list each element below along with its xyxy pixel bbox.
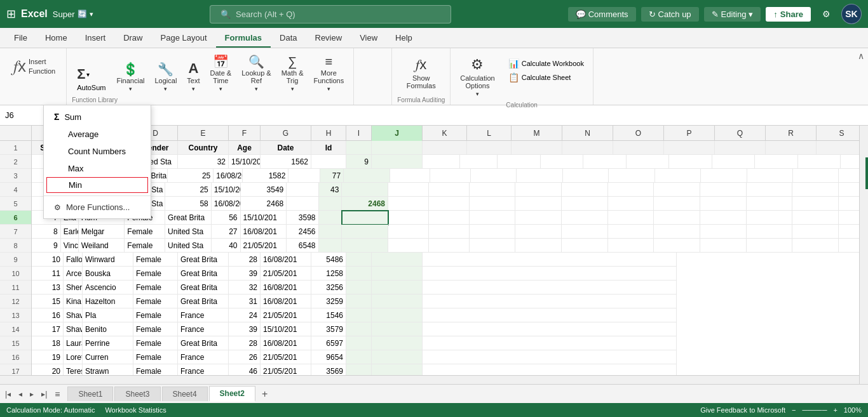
col-header-H[interactable]: H <box>311 126 346 141</box>
cell-L3[interactable] <box>430 169 471 183</box>
cell-O1[interactable] <box>613 141 664 155</box>
cell-P6[interactable] <box>608 211 654 225</box>
cell-R5[interactable] <box>700 197 747 211</box>
ribbon-collapse-button[interactable]: ∧ <box>855 50 867 62</box>
cell-I17[interactable] <box>346 364 372 375</box>
cell-D16[interactable]: Female <box>133 350 178 364</box>
cell-F1[interactable]: Age <box>229 141 261 155</box>
cell-D10[interactable]: Female <box>133 267 178 281</box>
cell-J4[interactable] <box>342 183 388 197</box>
cell-E9[interactable]: Great Brita <box>178 253 229 267</box>
cell-R8[interactable] <box>700 239 747 253</box>
cell-F9[interactable]: 28 <box>229 253 261 267</box>
cell-J6[interactable] <box>342 211 388 225</box>
cell-S2[interactable] <box>755 155 797 169</box>
editing-button[interactable]: ✎ Editing ▾ <box>704 7 761 22</box>
cell-L6[interactable] <box>429 211 470 225</box>
col-header-Q[interactable]: Q <box>715 126 766 141</box>
col-header-I[interactable]: I <box>346 126 372 141</box>
cell-J14[interactable] <box>372 322 423 336</box>
cell-Q1[interactable] <box>715 141 766 155</box>
autosum-button[interactable]: Σ ▾ AutoSum <box>72 62 111 95</box>
cell-C10[interactable]: Bouska <box>83 267 133 281</box>
workbook-stats-button[interactable]: Workbook Statistics <box>105 406 166 414</box>
row-num-5[interactable]: 5 <box>0 197 31 211</box>
cell-J5[interactable]: 2468 <box>342 197 388 211</box>
cell-F8[interactable]: 40 <box>212 239 241 253</box>
sheet-nav-left-end[interactable]: |◂ <box>3 388 13 400</box>
cell-C14[interactable]: Benito <box>83 322 133 336</box>
sheet-nav-right[interactable]: ▸ <box>27 388 36 400</box>
cell-O7[interactable] <box>562 225 608 239</box>
cell-F6[interactable]: 56 <box>212 211 241 225</box>
cell-F2[interactable]: 15/10/201 <box>229 155 261 169</box>
cell-R7[interactable] <box>700 225 747 239</box>
more-functions-button[interactable]: ≡ MoreFunctions ▾ <box>309 52 349 95</box>
cell-E13[interactable]: France <box>178 308 229 322</box>
cell-J15[interactable] <box>372 336 423 350</box>
cell-G6[interactable]: 15/10/201 <box>241 211 287 225</box>
cell-O5[interactable] <box>562 197 608 211</box>
sheet-tab-sheet2[interactable]: Sheet2 <box>209 386 255 402</box>
col-header-F[interactable]: F <box>229 126 261 141</box>
cell-O6[interactable] <box>562 211 608 225</box>
cell-F7[interactable]: 27 <box>212 225 241 239</box>
text-button[interactable]: A Text ▾ <box>182 58 204 95</box>
cell-Q7[interactable] <box>654 225 700 239</box>
cell-B16[interactable]: Loreta <box>64 350 83 364</box>
cell-I4[interactable]: 43 <box>319 183 342 197</box>
col-header-O[interactable]: O <box>613 126 664 141</box>
cell-B17[interactable]: Teresa <box>64 364 83 375</box>
cell-P3[interactable] <box>609 169 654 183</box>
cell-I15[interactable] <box>346 336 372 350</box>
cell-S8[interactable] <box>747 239 793 253</box>
cell-F13[interactable]: 24 <box>229 308 261 322</box>
cell-A17[interactable]: 20 <box>32 364 64 375</box>
cell-T6[interactable] <box>792 211 839 225</box>
cell-G11[interactable]: 16/08/201 <box>261 281 311 295</box>
waffle-icon[interactable]: ⊞ <box>6 7 16 21</box>
cell-I11[interactable] <box>346 281 372 295</box>
dropdown-count-numbers[interactable]: Count Numbers <box>44 143 151 160</box>
feedback-label[interactable]: Give Feedback to Microsoft <box>700 406 785 414</box>
col-header-J[interactable]: J <box>372 126 423 141</box>
cell-L4[interactable] <box>429 183 470 197</box>
cell-J8[interactable] <box>342 239 388 253</box>
cell-F17[interactable]: 46 <box>229 364 261 375</box>
zoom-out-icon[interactable]: − <box>792 406 796 414</box>
col-header-K[interactable]: K <box>423 126 467 141</box>
cell-F11[interactable]: 32 <box>229 281 261 295</box>
cell-N1[interactable] <box>562 141 613 155</box>
cell-I9[interactable] <box>346 253 372 267</box>
datetime-button[interactable]: 📅 Date &Time ▾ <box>206 52 236 95</box>
cell-L1[interactable] <box>467 141 512 155</box>
add-sheet-button[interactable]: + <box>257 388 273 400</box>
cell-P4[interactable] <box>608 183 654 197</box>
sheet-nav-left[interactable]: ◂ <box>16 388 25 400</box>
cell-E10[interactable]: Great Brita <box>178 267 229 281</box>
cell-I2[interactable]: 9 <box>346 155 372 169</box>
col-header-M[interactable]: M <box>512 126 562 141</box>
cell-P1[interactable] <box>664 141 715 155</box>
cell-M5[interactable] <box>470 197 516 211</box>
search-box[interactable]: 🔍 Search (Alt + Q) <box>210 5 451 23</box>
tab-help[interactable]: Help <box>386 29 421 48</box>
zoom-bar[interactable]: ───── <box>802 406 827 414</box>
dropdown-min[interactable]: Min <box>46 177 148 193</box>
cell-H2[interactable] <box>311 155 346 169</box>
cell-R3[interactable] <box>701 169 747 183</box>
cell-F3[interactable]: 16/08/201 <box>214 169 243 183</box>
cell-H9[interactable]: 5486 <box>311 253 346 267</box>
cell-I6[interactable] <box>319 211 342 225</box>
tab-view[interactable]: View <box>351 29 386 48</box>
cell-F4[interactable]: 15/10/201 <box>212 183 241 197</box>
dropdown-average[interactable]: Average <box>44 126 151 143</box>
dropdown-sum[interactable]: Σ Sum <box>44 108 151 126</box>
cell-B13[interactable]: Shavonne <box>64 308 83 322</box>
cell-L7[interactable] <box>429 225 470 239</box>
cell-B14[interactable]: Shavon <box>64 322 83 336</box>
math-button[interactable]: ∑ Math &Trig ▾ <box>277 52 308 95</box>
cell-G17[interactable]: 21/05/201 <box>261 364 311 375</box>
cell-H16[interactable]: 9654 <box>311 350 346 364</box>
cell-G5[interactable]: 2468 <box>241 197 287 211</box>
